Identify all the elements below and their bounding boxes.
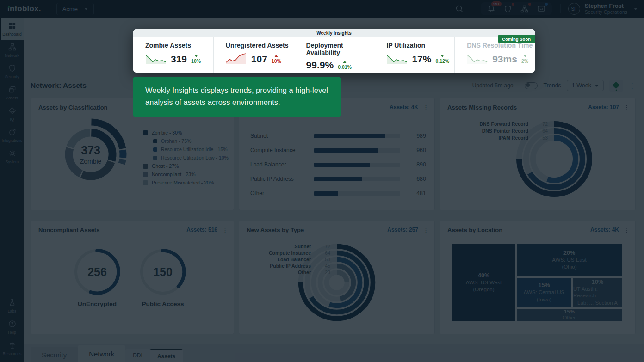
arrow-up-icon: [274, 55, 278, 57]
metric-value: 93ms: [492, 54, 517, 65]
metric-delta: 10%: [272, 55, 281, 64]
weekly-insights-panel: Weekly Insights Coming Soon Zombie Asset…: [133, 29, 535, 73]
metric-value: 99.9%: [306, 60, 334, 71]
insight-metric-zombie-assets: Zombie Assets31910%: [133, 37, 213, 73]
metric-delta-value: 0.01%: [338, 64, 352, 70]
metric-sparkline: [145, 52, 167, 66]
metric-delta-value: 10%: [191, 58, 201, 64]
metric-label: IP Utilization: [386, 42, 454, 49]
metric-delta: 0.12%: [435, 55, 449, 64]
arrow-up-icon: [343, 61, 347, 63]
metric-delta: 0.01%: [338, 61, 352, 70]
metric-delta: 2%: [521, 55, 528, 64]
metric-delta-value: 2%: [521, 58, 528, 64]
app-root: infoblox. Acme 99+: [0, 0, 644, 362]
metric-label: Unregistered Assets: [226, 42, 294, 49]
insights-tooltip: Weekly Insights displays trends, providi…: [133, 77, 341, 117]
metric-sparkline: [467, 52, 488, 66]
arrow-down-icon: [523, 55, 527, 57]
arrow-down-icon: [194, 55, 198, 57]
metric-label: DNS Resolution Time: [467, 42, 535, 49]
metric-label: Deployment Availability: [306, 42, 374, 56]
metric-sparkline: [386, 52, 408, 66]
metric-label: Zombie Assets: [145, 42, 213, 49]
metric-value: 107: [251, 54, 267, 65]
metric-sparkline: [226, 52, 247, 66]
insight-metric-unregistered-assets: Unregistered Assets10710%: [213, 37, 294, 73]
coming-soon-badge: Coming Soon: [498, 35, 535, 43]
metric-delta: 10%: [191, 55, 201, 64]
metric-value: 17%: [412, 54, 431, 65]
metric-value: 319: [171, 54, 187, 65]
weekly-insights-title: Weekly Insights: [133, 29, 535, 37]
arrow-down-icon: [440, 55, 444, 57]
insight-metric-ip-utilization: IP Utilization17%0.12%: [374, 37, 454, 73]
metric-delta-value: 10%: [272, 58, 281, 64]
insight-metric-deployment-availability: Deployment Availability99.9%0.01%: [294, 37, 374, 73]
metric-delta-value: 0.12%: [435, 58, 449, 64]
